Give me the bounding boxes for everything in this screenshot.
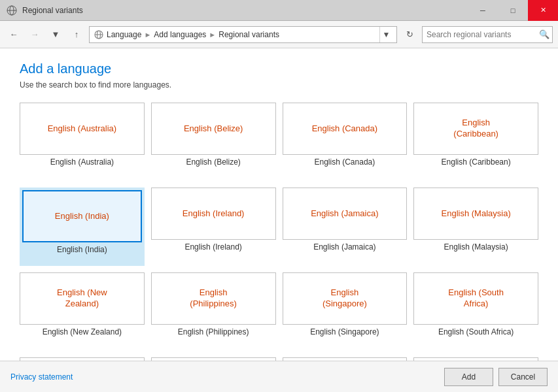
language-item-en-au[interactable]: English (Australia)English (Australia)	[20, 103, 145, 181]
language-box-en-cb: English (Caribbean)	[413, 103, 538, 155]
language-item-en-my[interactable]: English (Malaysia)English (Malaysia)	[413, 188, 538, 266]
language-box-en-ie: English (Ireland)	[151, 188, 276, 240]
forward-button[interactable]: →	[26, 26, 43, 43]
language-item-en-in[interactable]: English (India)English (India)	[20, 188, 145, 266]
privacy-link[interactable]: Privacy statement	[10, 372, 73, 382]
language-box-en-ph: English (Philippines)	[151, 272, 276, 325]
refresh-button[interactable]: ↻	[401, 26, 418, 43]
language-box-en-au: English (Australia)	[20, 103, 145, 155]
footer-buttons: Add Cancel	[444, 368, 548, 386]
language-box-en-za: English (South Africa)	[413, 272, 538, 325]
maximize-button[interactable]: □	[498, 0, 528, 21]
path-language: Language	[107, 30, 141, 39]
cancel-button[interactable]: Cancel	[498, 368, 548, 386]
search-icon[interactable]: 🔍	[536, 27, 552, 42]
path-regional-variants: Regional variants	[218, 30, 279, 39]
language-item-en-ie[interactable]: English (Ireland)English (Ireland)	[151, 188, 276, 266]
language-box-en-jm: English (Jamaica)	[283, 188, 408, 240]
main-content: Add a language Use the search box to fin…	[0, 48, 558, 361]
language-label-en-za: English (South Africa)	[438, 327, 514, 336]
title-bar: Regional variants ─ □ ✕	[0, 0, 558, 21]
minimize-button[interactable]: ─	[468, 0, 498, 21]
content-header: Add a language Use the search box to fin…	[0, 48, 558, 96]
language-label-en-ca: English (Canada)	[315, 157, 375, 167]
window-controls: ─ □ ✕	[468, 0, 558, 21]
search-input[interactable]	[423, 30, 536, 39]
language-item-en-jm[interactable]: English (Jamaica)English (Jamaica)	[283, 188, 408, 266]
language-box-en-sg: English (Singapore)	[283, 272, 408, 325]
language-label-en-ie: English (Ireland)	[184, 242, 241, 252]
language-item-en-za[interactable]: English (South Africa)English (South Afr…	[413, 272, 538, 351]
up-button[interactable]: ↑	[68, 26, 85, 43]
language-item-en-nz[interactable]: English (New Zealand)English (New Zealan…	[20, 272, 145, 351]
path-dropdown-arrow[interactable]: ▼	[379, 27, 392, 42]
language-item-en-cb[interactable]: English (Caribbean)English (Caribbean)	[413, 103, 538, 181]
language-label-en-nz: English (New Zealand)	[43, 327, 122, 336]
language-box-en-in: English (India)	[22, 190, 142, 242]
language-label-en-ph: English (Philippines)	[178, 327, 249, 336]
window-title: Regional variants	[22, 6, 83, 15]
language-item-en-ph[interactable]: English (Philippines)English (Philippine…	[151, 272, 276, 351]
path-add-languages: Add languages	[154, 30, 206, 39]
language-item-en-bz[interactable]: English (Belize)English (Belize)	[151, 103, 276, 181]
add-button[interactable]: Add	[444, 368, 493, 386]
language-label-en-bz: English (Belize)	[186, 157, 240, 167]
language-box-en-ca: English (Canada)	[283, 103, 408, 155]
language-box-en-nz: English (New Zealand)	[20, 272, 145, 325]
back-button[interactable]: ←	[5, 26, 22, 43]
page-title: Add a language	[20, 61, 538, 76]
dropdown-button[interactable]: ▼	[47, 26, 64, 43]
address-path[interactable]: Language ► Add languages ► Regional vari…	[89, 26, 397, 43]
language-item-en-sg[interactable]: English (Singapore)English (Singapore)	[283, 272, 408, 351]
address-bar: ← → ▼ ↑ Language ► Add languages ► Regio…	[0, 21, 558, 48]
language-box-en-my: English (Malaysia)	[413, 188, 538, 240]
language-label-en-my: English (Malaysia)	[444, 242, 508, 252]
footer: Privacy statement Add Cancel	[0, 361, 558, 392]
language-box-en-bz: English (Belize)	[151, 103, 276, 155]
language-label-en-sg: English (Singapore)	[310, 327, 379, 336]
close-button[interactable]: ✕	[528, 0, 558, 21]
page-subtitle: Use the search box to find more language…	[20, 80, 538, 90]
language-grid: English (Australia)English (Australia)En…	[20, 96, 538, 361]
path-globe-icon	[94, 29, 104, 40]
language-item-en-ca[interactable]: English (Canada)English (Canada)	[283, 103, 408, 181]
title-bar-left: Regional variants	[7, 5, 83, 16]
language-label-en-au: English (Australia)	[50, 157, 114, 167]
app-icon	[7, 5, 17, 16]
language-label-en-cb: English (Caribbean)	[442, 157, 511, 167]
language-label-en-jm: English (Jamaica)	[313, 242, 375, 252]
grid-container: English (Australia)English (Australia)En…	[0, 96, 558, 361]
search-box: 🔍	[422, 26, 553, 43]
language-label-en-in: English (India)	[57, 245, 107, 254]
